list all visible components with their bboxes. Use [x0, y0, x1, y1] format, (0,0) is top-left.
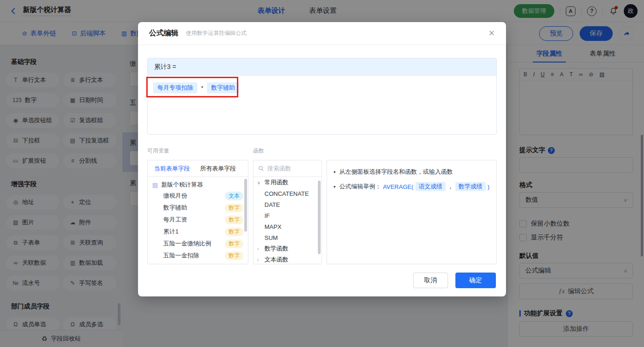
function-item-IF[interactable]: IF [253, 210, 322, 221]
formula-input-area[interactable]: 累计3 = 每月专项扣除 * 数字辅助 [147, 58, 497, 135]
hint-example-line: • 公式编辑举例：AVERAGE( 语文成绩 ， 数学成绩 ) [334, 182, 490, 191]
variable-item-累计1[interactable]: 累计1数字 [148, 226, 248, 238]
confirm-button[interactable]: 确定 [455, 273, 496, 288]
modal-title: 公式编辑 [149, 28, 178, 38]
close-icon[interactable]: ✕ [489, 29, 495, 37]
function-group-数学函数[interactable]: ›数学函数 [253, 243, 322, 254]
search-placeholder: 搜索函数 [267, 165, 291, 173]
chevron-right-icon: › [257, 246, 262, 251]
example-variable-chip: 语文成绩 [415, 182, 446, 191]
document-icon: ▤ [152, 182, 158, 188]
form-tree-root[interactable]: ▤ 新版个税计算器 [148, 177, 248, 190]
function-group-文本函数[interactable]: ›文本函数 [253, 254, 322, 264]
function-group-常用函数[interactable]: ∨常用函数 [253, 177, 322, 188]
type-badge: 文本 [225, 192, 243, 200]
modal-header: 公式编辑 使用数学运算符编辑公式 ✕ [138, 22, 506, 45]
variable-name: 累计1 [163, 228, 178, 236]
variable-item-每月工资[interactable]: 每月工资数字 [148, 214, 248, 226]
formula-hints-panel: • 从左侧面板选择字段名和函数，或输入函数 • 公式编辑举例：AVERAGE( … [327, 160, 497, 264]
variable-name: 五险一金缴纳比例 [163, 239, 211, 248]
function-group-label: 数学函数 [264, 245, 288, 253]
function-group-label: 文本函数 [264, 256, 288, 264]
variable-item-数字辅助[interactable]: 数字辅助数字 [148, 202, 248, 214]
function-item-SUM[interactable]: SUM [253, 232, 322, 243]
variables-tab-当前表单字段[interactable]: 当前表单字段 [154, 165, 190, 173]
type-badge: 数字 [225, 228, 243, 236]
chevron-down-icon: ∨ [257, 180, 262, 185]
function-group-label: 常用函数 [264, 178, 288, 187]
function-search[interactable]: 搜索函数 [253, 160, 322, 177]
modal-subtitle: 使用数学运算符编辑公式 [186, 29, 247, 37]
variable-name: 每月工资 [163, 216, 187, 224]
function-item-CONCATENATE[interactable]: CONCATENATE [253, 188, 322, 199]
variables-scrollbar[interactable] [244, 179, 247, 232]
formula-editor-modal: 公式编辑 使用数学运算符编辑公式 ✕ 累计3 = 每月专项扣除 * 数字辅助 可… [138, 22, 506, 296]
variable-name: 数字辅助 [163, 204, 187, 212]
hint-line: • 从左侧面板选择字段名和函数，或输入函数 [334, 168, 490, 176]
variable-item-缴税月份[interactable]: 缴税月份文本 [148, 190, 248, 202]
cancel-button[interactable]: 取消 [413, 273, 448, 288]
formula-target: 累计3 = [148, 58, 496, 76]
formula-operator: * [201, 85, 203, 91]
variable-name: 缴税月份 [163, 192, 187, 200]
functions-panel: 搜索函数 ∨常用函数CONCATENATEDATEIFMAPXSUM›数学函数›… [253, 160, 322, 264]
bullet-icon: • [334, 169, 336, 176]
search-icon [258, 165, 264, 171]
functions-caption: 函数 [253, 147, 264, 155]
type-badge: 数字 [225, 204, 243, 212]
chevron-right-icon: › [257, 257, 262, 262]
variables-tabs: 当前表单字段所有表单字段 [148, 160, 248, 177]
variable-item-五险一金缴纳比例[interactable]: 五险一金缴纳比例数字 [148, 238, 248, 250]
bullet-icon: • [334, 183, 336, 190]
app-root: 新版个税计算器 表单设计表单设置 数据管理 A ? 政 ⊘表单外链⊡后端脚本▥数… [0, 0, 644, 347]
variables-caption: 可用变量 [147, 147, 169, 155]
functions-scrollbar[interactable] [318, 181, 321, 254]
variable-name: 五险一金扣除 [163, 251, 199, 260]
type-badge: 数字 [225, 239, 243, 248]
formula-expression[interactable]: 每月专项扣除 * 数字辅助 [148, 76, 496, 100]
type-badge: 数字 [225, 216, 243, 224]
variable-item-五险一金扣除[interactable]: 五险一金扣除数字 [148, 250, 248, 262]
function-item-MAPX[interactable]: MAPX [253, 221, 322, 232]
function-item-DATE[interactable]: DATE [253, 199, 322, 210]
formula-variable-chip[interactable]: 每月专项扣除 [153, 82, 197, 93]
type-badge: 数字 [225, 251, 243, 260]
variables-tab-所有表单字段[interactable]: 所有表单字段 [200, 165, 236, 173]
formula-variable-chip[interactable]: 数字辅助 [207, 82, 239, 93]
variables-panel: 当前表单字段所有表单字段 ▤ 新版个税计算器 缴税月份文本数字辅助数字每月工资数… [147, 160, 248, 264]
example-variable-chip: 数学成绩 [455, 182, 486, 191]
